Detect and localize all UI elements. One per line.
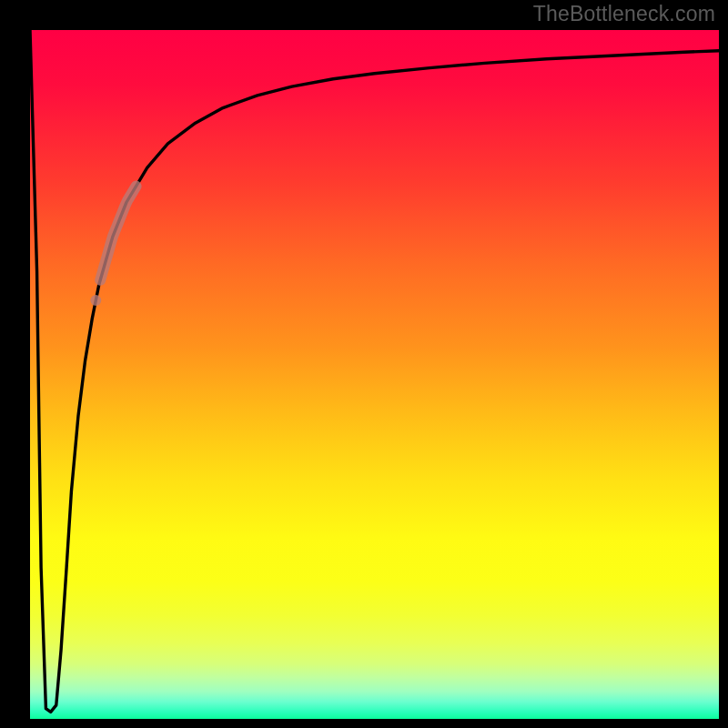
- curve-layer: [30, 30, 719, 719]
- watermark-text: TheBottleneck.com: [533, 2, 715, 26]
- chart-container: TheBottleneck.com: [0, 0, 728, 728]
- highlight-segment-major: [100, 187, 136, 280]
- plot-area: [30, 30, 719, 719]
- bottleneck-curve: [30, 30, 719, 712]
- highlight-segment-minor: [90, 295, 101, 306]
